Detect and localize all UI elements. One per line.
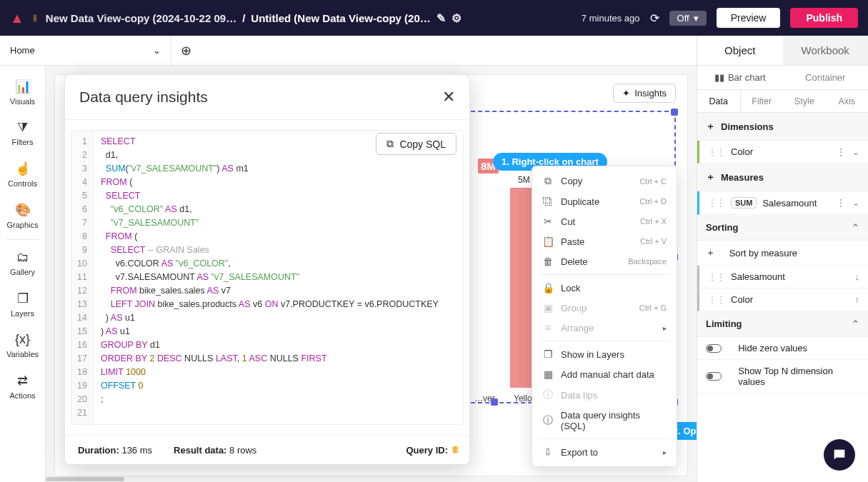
sparkle-icon: ✦ [622, 88, 630, 99]
chevron-down-icon: ⌄ [153, 45, 161, 56]
ctx-paste[interactable]: 📋PasteCtrl + V [532, 231, 677, 251]
refresh-icon[interactable]: ⟳ [650, 11, 659, 25]
measures-header[interactable]: ＋Measures [697, 164, 868, 191]
data-icon: ▦ [542, 368, 554, 380]
page-select-label: Home [10, 45, 35, 56]
copy-sql-button[interactable]: ⧉ Copy SQL [376, 133, 457, 155]
ctx-query-insights[interactable]: ⓘData query insights (SQL) [532, 406, 677, 436]
sorting-header[interactable]: Sorting⌃ [697, 215, 868, 241]
queryid-icon[interactable]: ⦀⦀ [452, 444, 457, 456]
scrollbar-thumb[interactable] [46, 477, 124, 481]
sort-desc-icon[interactable]: ↓ [855, 271, 860, 282]
rail-graphics[interactable]: 🎨Graphics [0, 195, 45, 236]
preview-button[interactable]: Preview [717, 8, 781, 28]
lock-icon: 🔒 [542, 282, 554, 293]
sort-color[interactable]: ⋮⋮ Color ↑ [697, 288, 868, 311]
rail-filters[interactable]: ⧩Filters [0, 113, 45, 154]
horizontal-scrollbar[interactable] [46, 476, 694, 482]
toggle-hide-zero[interactable]: Hide zero values [697, 337, 868, 360]
resize-handle[interactable] [491, 398, 498, 406]
measure-salesamount[interactable]: ⋮⋮ SUM Salesamount ⋮⌄ [697, 191, 868, 215]
ctx-lock[interactable]: 🔒Lock [532, 278, 677, 298]
ctx-group: ▣GroupCtrl + G [532, 298, 677, 318]
ctx-cut[interactable]: ✂CutCtrl + X [532, 211, 677, 231]
tab-barchart[interactable]: ▮▮Bar chart [697, 66, 783, 89]
rail-variables[interactable]: {x}Variables [0, 325, 45, 366]
drag-handle-icon[interactable]: ⋮⋮ [708, 272, 725, 282]
publish-button[interactable]: Publish [790, 8, 858, 28]
drag-handle-icon[interactable]: ⋮⋮ [708, 198, 725, 208]
close-icon[interactable]: ✕ [442, 88, 455, 106]
bar-label-2: 5M [518, 175, 530, 185]
tab-container[interactable]: Container [783, 66, 869, 89]
ctx-duplicate[interactable]: ⿻DuplicateCtrl + D [532, 191, 677, 211]
breadcrumb-current[interactable]: Untitled (New Data View-copy (20… [251, 12, 430, 24]
autoplay-toggle[interactable]: Off ▾ [669, 11, 707, 26]
queryid-label: Query ID: [406, 445, 448, 456]
sql-source[interactable]: SELECT d1, SUM("v7_SALESAMOUNT") AS m1 F… [94, 131, 446, 424]
resize-handle[interactable] [671, 109, 678, 116]
ctx-arrange: ≡Arrange▸ [532, 318, 677, 338]
limiting-header[interactable]: Limiting⌃ [697, 311, 868, 337]
info-icon: ⓘ [542, 388, 554, 401]
more-icon[interactable]: ⋮ [837, 198, 845, 208]
palette-icon: 🎨 [15, 202, 31, 218]
insights-button[interactable]: ✦ Insights [613, 84, 676, 103]
edit-title-icon[interactable]: ✎ [437, 11, 446, 25]
add-page-button[interactable]: ⊕ [171, 43, 200, 59]
actions-icon: ⇄ [17, 373, 28, 388]
dimensions-header[interactable]: ＋Dimensions [697, 113, 868, 141]
rail-visuals[interactable]: 📊Visuals [0, 71, 45, 113]
toggle-show-topn[interactable]: Show Top N dimension values [697, 360, 868, 393]
tab-workbook[interactable]: Workbook [783, 36, 869, 65]
subtab-axis[interactable]: Axis [826, 90, 869, 112]
sort-salesamount[interactable]: ⋮⋮ Salesamount ↓ [697, 266, 868, 288]
toggle-icon[interactable] [706, 344, 722, 353]
layers-icon: ❐ [542, 348, 554, 360]
toggle-icon[interactable] [706, 372, 722, 381]
breadcrumb-separator: / [242, 12, 245, 24]
rail-controls[interactable]: ☝Controls [0, 154, 45, 195]
top-bar: ▲ ⦀ New Data View-copy (2024-10-22 09… /… [0, 0, 868, 36]
page-select[interactable]: Home ⌄ [0, 36, 171, 65]
rail-layers[interactable]: ❐Layers [0, 283, 45, 325]
ctx-copy[interactable]: ⧉CopyCtrl + C [532, 171, 677, 191]
chart-plus-icon: 📊 [15, 79, 31, 94]
filter-icon: ⧩ [17, 120, 28, 135]
chat-help-button[interactable] [824, 439, 855, 471]
sql-code-block[interactable]: 123456789101112131415161718192021 SELECT… [71, 130, 464, 425]
context-menu: ⧉CopyCtrl + C ⿻DuplicateCtrl + D ✂CutCtr… [532, 166, 677, 467]
chevron-down-icon[interactable]: ⌄ [852, 198, 859, 208]
cut-icon: ✂ [542, 216, 554, 227]
ctx-add-manual-data[interactable]: ▦Add manual chart data [532, 364, 677, 384]
dataset-icon: ⦀ [33, 12, 37, 24]
ctx-show-layers[interactable]: ❐Show in Layers [532, 344, 677, 364]
app-logo-icon[interactable]: ▲ [10, 10, 24, 26]
ctx-delete[interactable]: 🗑DeleteBackspace [532, 251, 677, 271]
ctx-data-tips: ⓘData tips [532, 384, 677, 406]
subtab-filter[interactable]: Filter [741, 90, 784, 112]
sort-asc-icon[interactable]: ↑ [855, 294, 860, 305]
plus-icon: ＋ [706, 120, 715, 133]
sort-by-measure[interactable]: ＋ Sort by measure [697, 241, 868, 266]
result-label: Result data: [174, 445, 226, 456]
last-saved-timestamp: 7 minutes ago [582, 13, 640, 24]
settings-icon[interactable]: ⚙ [452, 11, 462, 25]
aggregation-pill[interactable]: SUM [731, 197, 757, 209]
subtab-style[interactable]: Style [783, 90, 826, 112]
topbar-right: 7 minutes ago ⟳ Off ▾ Preview Publish [582, 8, 858, 28]
rail-actions[interactable]: ⇄Actions [0, 366, 45, 407]
copy-icon: ⧉ [542, 175, 554, 187]
copy-icon: ⧉ [386, 138, 394, 150]
rail-gallery[interactable]: 🗂Gallery [0, 243, 45, 283]
drag-handle-icon[interactable]: ⋮⋮ [708, 147, 725, 157]
ctx-export[interactable]: ⇩Export to▸ [532, 442, 677, 462]
drag-handle-icon[interactable]: ⋮⋮ [708, 295, 725, 305]
chevron-down-icon[interactable]: ⌄ [852, 147, 859, 157]
tab-object[interactable]: Object [697, 36, 783, 65]
breadcrumb-parent[interactable]: New Data View-copy (2024-10-22 09… [46, 12, 236, 24]
bar-chart-icon: ▮▮ [714, 72, 724, 83]
subtab-data[interactable]: Data [697, 90, 741, 112]
dimension-color[interactable]: ⋮⋮ Color ⋮⌄ [697, 141, 868, 164]
more-icon[interactable]: ⋮ [837, 147, 845, 157]
